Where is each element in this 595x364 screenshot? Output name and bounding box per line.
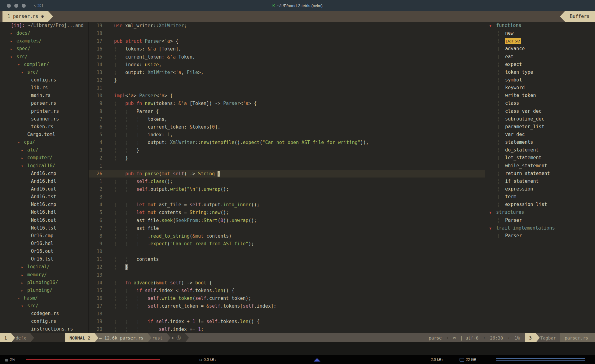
- tree-item[interactable]: ▸examples/: [0, 37, 88, 45]
- code-line[interactable]: 6¦ ¦ ast_file.seek(SeekFrom::Start(0)).u…: [89, 217, 485, 224]
- chevron-right-icon[interactable]: ▸: [21, 147, 27, 154]
- chevron-down-icon[interactable]: ▾: [21, 162, 27, 170]
- tree-item[interactable]: Or16.hdl: [0, 240, 88, 248]
- chevron-down-icon[interactable]: ▼: [485, 209, 496, 217]
- tree-item[interactable]: Or16.out: [0, 248, 88, 255]
- code-editor[interactable]: 19use xml_writer::XmlWriter;1817pub stru…: [89, 22, 485, 333]
- code-line[interactable]: 13: [89, 271, 485, 279]
- code-line[interactable]: 16¦ ¦ ¦ self.write_token(self.current_to…: [89, 294, 485, 302]
- tagbar-item[interactable]: ¦class: [485, 99, 595, 107]
- code-line[interactable]: 9¦ ¦ ¦ .expect("Can not read from AST fi…: [89, 240, 485, 248]
- titlebar[interactable]: ⌥⌘1 K~/L/P/nand-2-tetris (nvim): [0, 0, 595, 11]
- code-line[interactable]: 17¦ ¦ ¦ self.current_token = &self.token…: [89, 302, 485, 310]
- command-line-area[interactable]: [0, 342, 595, 355]
- code-line[interactable]: 7¦ ¦ ast_file: [89, 224, 485, 232]
- code-line[interactable]: 9¦ pub fn new(tokens: &'a [Token]) -> Pa…: [89, 99, 485, 107]
- tagbar-item[interactable]: ¦write_token: [485, 92, 595, 99]
- tree-item[interactable]: parser.rs: [0, 99, 88, 107]
- tree-item[interactable]: ▸alu/: [0, 146, 88, 154]
- code-line[interactable]: 14¦ index: usize,: [89, 61, 485, 68]
- tree-item[interactable]: scanner.rs: [0, 115, 88, 123]
- code-line[interactable]: 13¦ output: XmlWriter<'a, File>,: [89, 68, 485, 76]
- tagbar-item[interactable]: ¦subroutine_dec: [485, 115, 595, 123]
- code-line[interactable]: 4¦ ¦ let mut ast_file = self.output.into…: [89, 201, 485, 208]
- tagbar-section[interactable]: ▼trait implementations: [485, 224, 595, 232]
- chevron-down-icon[interactable]: ▾: [18, 61, 24, 69]
- tree-item[interactable]: lib.rs: [0, 84, 88, 92]
- code-line[interactable]: 20¦ ¦ ¦ ¦ self.index += 1;: [89, 325, 485, 333]
- code-line[interactable]: 15¦ ¦ if self.index < self.tokens.len() …: [89, 287, 485, 294]
- chevron-right-icon[interactable]: ▸: [21, 271, 27, 279]
- tagbar-item[interactable]: ¦class_var_dec: [485, 107, 595, 115]
- tagbar-item[interactable]: ¦Parser: [485, 232, 595, 240]
- tree-item[interactable]: ▾cpu/: [0, 138, 88, 146]
- tree-item[interactable]: ▸logical/: [0, 263, 88, 271]
- code-line[interactable]: 17pub struct Parser<'a> {: [89, 37, 485, 45]
- tree-item[interactable]: ▾src/: [0, 68, 88, 76]
- code-line[interactable]: 2¦ }: [89, 154, 485, 162]
- tree-item[interactable]: config.rs: [0, 318, 88, 325]
- tree-item[interactable]: codegen.rs: [0, 310, 88, 318]
- tagbar-item[interactable]: ¦if_statement: [485, 178, 595, 185]
- code-line[interactable]: 3: [89, 193, 485, 201]
- tagbar-item[interactable]: ¦while_statement: [485, 162, 595, 170]
- tagbar-item[interactable]: ¦advance: [485, 45, 595, 53]
- tree-item[interactable]: And16.out: [0, 185, 88, 193]
- tagbar-item[interactable]: ¦return_statement: [485, 170, 595, 178]
- chevron-down-icon[interactable]: ▼: [485, 22, 496, 30]
- tagbar-item[interactable]: ¦var_dec: [485, 131, 595, 138]
- code-line[interactable]: 19¦ ¦ ¦ if self.index + 1 != self.tokens…: [89, 318, 485, 325]
- chevron-right-icon[interactable]: ▸: [21, 154, 27, 162]
- tagbar-item[interactable]: ¦term: [485, 193, 595, 201]
- chevron-down-icon[interactable]: ▾: [18, 295, 24, 302]
- code-line[interactable]: 7¦ ¦ ¦ tokens,: [89, 115, 485, 123]
- tagbar-item[interactable]: ¦token_type: [485, 68, 595, 76]
- code-line[interactable]: 18: [89, 310, 485, 318]
- tree-item[interactable]: And16.hdl: [0, 178, 88, 185]
- chevron-right-icon[interactable]: ▸: [21, 279, 27, 287]
- code-line-cursor[interactable]: 26 pub fn parse(mut self) -> String {: [89, 170, 485, 178]
- tree-item[interactable]: ▸memory/: [0, 271, 88, 279]
- chevron-down-icon[interactable]: ▾: [21, 302, 27, 310]
- tree-item[interactable]: Or16.tst: [0, 255, 88, 263]
- tagbar-item[interactable]: ¦do_statement: [485, 146, 595, 154]
- chevron-down-icon[interactable]: ▾: [18, 139, 24, 147]
- tree-item[interactable]: ▸computer/: [0, 154, 88, 162]
- code-line[interactable]: 1: [89, 162, 485, 170]
- chevron-right-icon[interactable]: ▸: [10, 37, 16, 45]
- code-line[interactable]: 4¦ ¦ ¦ output: XmlWriter::new(tempfile()…: [89, 138, 485, 146]
- tagbar-item[interactable]: ¦let_statement: [485, 154, 595, 162]
- code-line[interactable]: 14¦ fn advance(&mut self) -> bool {: [89, 279, 485, 287]
- tree-item[interactable]: ▾hasm/: [0, 294, 88, 302]
- code-line[interactable]: 16¦ tokens: &'a [Token],: [89, 45, 485, 53]
- tree-item[interactable]: ▾logical16/: [0, 162, 88, 170]
- code-line[interactable]: 11¦ ¦ contents: [89, 255, 485, 263]
- tree-item[interactable]: instructions.rs: [0, 325, 88, 333]
- code-line[interactable]: 19use xml_writer::XmlWriter;: [89, 22, 485, 29]
- tree-item[interactable]: ▾src/: [0, 302, 88, 310]
- tagbar-item[interactable]: ¦expression_list: [485, 201, 595, 208]
- tree-item[interactable]: ▸spec/: [0, 45, 88, 53]
- tree-item[interactable]: ▾compiler/: [0, 61, 88, 68]
- chevron-down-icon[interactable]: ▼: [485, 225, 496, 232]
- tree-item[interactable]: Not16.hdl: [0, 208, 88, 216]
- tree-item[interactable]: printer.rs: [0, 107, 88, 115]
- tree-item[interactable]: token.rs: [0, 123, 88, 131]
- code-line[interactable]: 8¦ ¦ ¦ .read_to_string(&mut contents): [89, 232, 485, 240]
- tagbar-item[interactable]: ¦statements: [485, 138, 595, 146]
- tab-parser-rs[interactable]: 1 parser.rs ⊛: [2, 11, 53, 22]
- chevron-right-icon[interactable]: ▸: [21, 263, 27, 271]
- chevron-down-icon[interactable]: ▾: [21, 69, 27, 77]
- code-line[interactable]: 12}: [89, 76, 485, 84]
- code-line[interactable]: 8¦ ¦ Parser {: [89, 107, 485, 115]
- tree-item[interactable]: ▾src/: [0, 53, 88, 61]
- tagbar-item[interactable]: ¦eat: [485, 53, 595, 61]
- code-line[interactable]: 10: [89, 248, 485, 255]
- code-line[interactable]: 5¦ ¦ ¦ index: 1,: [89, 131, 485, 138]
- code-line[interactable]: 3¦ ¦ }: [89, 146, 485, 154]
- tree-item[interactable]: config.rs: [0, 76, 88, 84]
- tagbar-item[interactable]: ¦expect: [485, 61, 595, 68]
- tree-item[interactable]: Not16.out: [0, 217, 88, 224]
- tree-item[interactable]: ▸plumbing16/: [0, 279, 88, 287]
- tree-item[interactable]: And16.tst: [0, 193, 88, 201]
